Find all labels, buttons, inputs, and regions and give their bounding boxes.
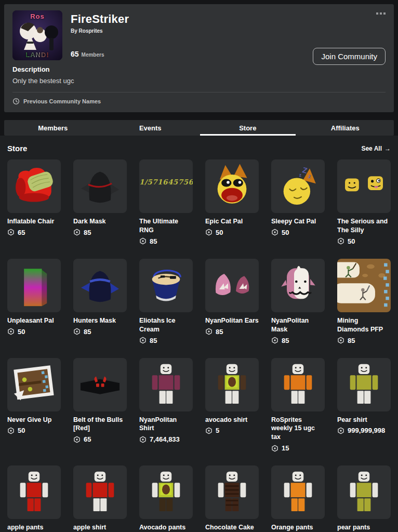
item-thumbnail[interactable]	[205, 259, 259, 312]
join-community-button[interactable]: Join Community	[313, 48, 386, 65]
store-item[interactable]: RoSprites weekly 15 ugc tax 15	[271, 358, 325, 453]
item-name: Unpleasant Pal	[7, 316, 61, 325]
store-item[interactable]: The Serious and The Silly 50	[337, 159, 391, 245]
store-item[interactable]: Z z z Sleepy Cat Pal 50	[271, 159, 325, 245]
store-item[interactable]: Epic Cat Pal 50	[205, 159, 259, 245]
store-item[interactable]: avocado shirt 5	[205, 358, 259, 453]
item-name: Dark Mask	[73, 217, 127, 226]
item-thumbnail[interactable]	[337, 358, 391, 411]
item-price-value: 85	[282, 337, 289, 344]
store-item[interactable]: Inflatable Chair 65	[7, 159, 61, 245]
store-item[interactable]: Belt of the Bulls [Red] 65	[73, 358, 127, 453]
item-thumbnail[interactable]	[73, 466, 127, 519]
item-price: 50	[7, 328, 61, 336]
tab-members[interactable]: Members	[4, 120, 102, 136]
store-item[interactable]: Dark Mask 85	[73, 159, 127, 245]
item-thumbnail[interactable]	[271, 259, 325, 312]
see-all-link[interactable]: See All →	[361, 145, 391, 152]
community-header: Ros LAND! FireStriker By Rosprites 65 Me…	[4, 4, 394, 112]
item-name: apple pants	[7, 523, 61, 532]
store-item[interactable]: apple shirt 5	[73, 466, 127, 532]
member-count: 65	[71, 50, 79, 58]
store-item[interactable]: apple pants 5	[7, 466, 61, 532]
community-owner[interactable]: By Rosprites	[71, 28, 129, 34]
ellipsis-menu-icon[interactable]	[376, 12, 386, 15]
item-price-value: 7,464,833	[150, 435, 180, 443]
item-thumbnail[interactable]	[337, 466, 391, 519]
store-item[interactable]: 1/571645756The Ultimate RNG 85	[139, 159, 193, 245]
item-thumbnail[interactable]	[7, 466, 61, 519]
item-thumbnail[interactable]: 1/571645756	[139, 159, 193, 213]
item-thumbnail[interactable]	[271, 466, 325, 519]
store-item[interactable]: Eliotahs Ice Cream 85	[139, 259, 193, 344]
robux-icon	[205, 427, 213, 434]
community-title: FireStriker	[71, 12, 129, 26]
item-name: Chocolate Cake	[205, 523, 259, 532]
store-item[interactable]: Mining Diamonds PFP 85	[337, 259, 391, 344]
robux-icon	[73, 436, 81, 443]
item-price: 85	[73, 229, 127, 236]
store-item[interactable]: Unpleasant Pal 50	[7, 259, 61, 344]
item-thumbnail[interactable]	[337, 259, 391, 312]
item-name: Belt of the Bulls [Red]	[73, 416, 127, 433]
item-price-value: 65	[84, 435, 91, 443]
item-price: 7,464,833	[139, 435, 193, 443]
item-name: Eliotahs Ice Cream	[139, 316, 193, 334]
store-item[interactable]: pear pants 5	[337, 466, 391, 532]
store-item[interactable]: Chocolate Cake 5	[205, 466, 259, 532]
item-thumbnail[interactable]	[7, 259, 61, 312]
item-name: Avocado pants	[139, 523, 193, 532]
store-item[interactable]: Avocado pants 5	[139, 466, 193, 532]
tab-affiliates[interactable]: Affiliates	[297, 120, 394, 136]
item-price-value: 50	[216, 229, 223, 236]
item-name: Orange pants	[271, 523, 325, 532]
robux-icon	[337, 237, 344, 245]
item-thumbnail[interactable]	[7, 159, 61, 213]
item-price-value: 85	[216, 328, 223, 336]
item-thumbnail[interactable]: Z z z	[271, 159, 325, 213]
item-thumbnail[interactable]	[139, 259, 193, 312]
item-price-value: 50	[348, 237, 355, 245]
store-item[interactable]: Never Give Up 50	[7, 358, 61, 453]
store-item[interactable]: NyanPolitan Ears 85	[205, 259, 259, 344]
item-thumbnail[interactable]	[271, 358, 325, 411]
item-price-value: 85	[84, 229, 91, 236]
store-item[interactable]: NyanPolitan Shirt 7,464,833	[139, 358, 193, 453]
robux-icon	[7, 328, 15, 335]
store-item[interactable]: Orange pants 5	[271, 466, 325, 532]
svg-text:z: z	[299, 172, 301, 178]
tab-bar: MembersEventsStoreAffiliates	[4, 120, 394, 136]
item-price: 85	[73, 328, 127, 336]
store-heading: Store	[7, 144, 27, 153]
store-item[interactable]: Hunters Mask 85	[73, 259, 127, 344]
previous-community-names[interactable]: Previous Community Names	[12, 98, 386, 105]
item-thumbnail[interactable]	[73, 259, 127, 312]
item-thumbnail[interactable]	[205, 159, 259, 213]
tab-store[interactable]: Store	[199, 120, 297, 136]
tab-events[interactable]: Events	[102, 120, 200, 136]
item-thumbnail[interactable]	[337, 159, 391, 213]
item-name: Inflatable Chair	[7, 217, 61, 226]
item-thumbnail[interactable]	[205, 466, 259, 519]
item-thumbnail[interactable]	[7, 358, 61, 411]
item-name: Pear shirt	[337, 416, 391, 424]
item-name: Mining Diamonds PFP	[337, 316, 391, 334]
item-price: 85	[205, 328, 259, 336]
store-item[interactable]: NyanPolitan Mask 85	[271, 259, 325, 344]
item-name: pear pants	[337, 523, 391, 532]
item-thumbnail[interactable]	[73, 159, 127, 213]
item-name: Never Give Up	[7, 416, 61, 424]
store-item[interactable]: Pear shirt 999,999,998	[337, 358, 391, 453]
item-thumbnail[interactable]	[139, 466, 193, 519]
avatar-text-bottom: LAND!	[12, 51, 62, 59]
robux-icon	[205, 229, 213, 236]
item-thumbnail[interactable]	[73, 358, 127, 411]
item-price: 65	[7, 229, 61, 236]
robux-icon	[139, 237, 147, 245]
item-price-value: 50	[18, 328, 25, 336]
item-name: RoSprites weekly 15 ugc tax	[271, 416, 325, 442]
item-thumbnail[interactable]	[205, 358, 259, 411]
item-thumbnail[interactable]	[139, 358, 193, 411]
previous-names-label: Previous Community Names	[23, 98, 101, 104]
item-price: 5	[205, 427, 259, 434]
